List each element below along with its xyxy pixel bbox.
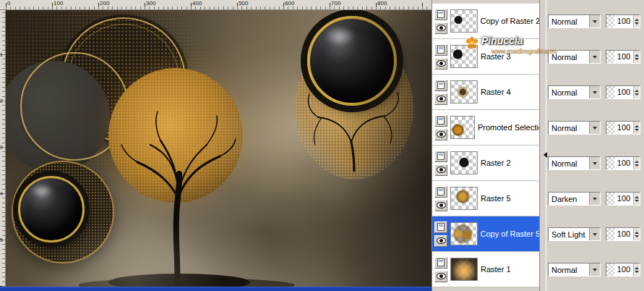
layer-thumbnail[interactable] [450, 9, 478, 33]
layer-thumbnail[interactable] [450, 45, 478, 68]
layer-name: Promoted Selection [478, 123, 539, 132]
opacity-spinner[interactable] [633, 157, 640, 169]
opacity-value: 100 [614, 157, 633, 169]
visibility-toggle[interactable] [434, 235, 447, 247]
visibility-toggle[interactable] [434, 200, 447, 211]
panel-splitter[interactable] [539, 0, 546, 291]
blend-mode-dropdown[interactable]: Soft Light [548, 227, 601, 241]
eye-icon [437, 237, 446, 244]
opacity-spinner[interactable] [633, 86, 640, 98]
layer-thumbnail[interactable] [450, 222, 478, 245]
raster-layer-icon [437, 152, 445, 160]
dropdown-button[interactable] [589, 263, 600, 276]
opacity-spinner[interactable] [633, 263, 640, 276]
visibility-toggle[interactable] [434, 58, 447, 69]
layer-type-button[interactable] [434, 186, 447, 198]
layer-type-button[interactable] [434, 80, 447, 91]
blend-mode-dropdown[interactable]: Normal [548, 50, 601, 64]
layer-cell[interactable]: Copy of Raster 2 [432, 4, 539, 39]
eye-icon [437, 166, 446, 173]
layer-type-button[interactable] [434, 151, 447, 162]
layer-type-button[interactable] [434, 115, 447, 127]
opacity-value: 100 [614, 86, 633, 98]
visibility-toggle[interactable] [434, 93, 447, 105]
visibility-toggle[interactable] [434, 129, 447, 140]
opacity-field[interactable]: 100 [606, 85, 640, 99]
layer-row[interactable]: Promoted Selection Normal 100 [432, 110, 644, 146]
dropdown-button[interactable] [589, 228, 600, 240]
opacity-field[interactable]: 100 [606, 227, 640, 241]
canvas[interactable] [6, 10, 432, 287]
layer-type-button[interactable] [434, 44, 447, 56]
vertical-ruler: 1 2 3 4 5 [0, 10, 6, 287]
layer-thumbnail[interactable] [450, 80, 478, 104]
spinner-up-icon [635, 88, 639, 92]
layer-cell[interactable]: Raster 3 [432, 39, 539, 75]
layer-row[interactable]: Raster 4 Normal 100 [432, 75, 644, 110]
dropdown-button[interactable] [589, 51, 600, 63]
opacity-field[interactable]: 100 [606, 14, 640, 28]
chevron-down-icon [593, 269, 597, 274]
layer-thumbnail[interactable] [450, 151, 478, 174]
opacity-spinner[interactable] [633, 228, 640, 240]
dropdown-button[interactable] [589, 15, 600, 28]
layer-name: Raster 2 [481, 159, 511, 167]
layer-row[interactable]: Raster 5 Darken 100 [432, 181, 644, 216]
dropdown-button[interactable] [589, 193, 600, 205]
layer-thumbnail[interactable] [450, 116, 475, 139]
layer-cell[interactable]: Raster 2 [432, 146, 539, 181]
opacity-spinner[interactable] [633, 122, 640, 134]
opacity-field[interactable]: 100 [606, 156, 640, 170]
blend-mode-dropdown[interactable]: Normal [548, 121, 601, 135]
raster-layer-icon [437, 46, 445, 54]
opacity-spinner[interactable] [633, 193, 640, 205]
layer-cell[interactable]: Raster 4 [432, 75, 539, 110]
opacity-checker [606, 193, 614, 205]
layer-row[interactable]: Copy of Raster 2 Normal 100 [432, 4, 644, 39]
opacity-spinner[interactable] [633, 15, 640, 28]
layer-thumbnail[interactable] [450, 258, 478, 281]
layer-cell[interactable]: Raster 5 [432, 181, 539, 216]
dropdown-button[interactable] [589, 157, 600, 169]
opacity-field[interactable]: 100 [606, 192, 640, 206]
horizontal-ruler: 0 100 200 300 400 500 600 700 800 [0, 0, 432, 10]
layers-palette: Copy of Raster 2 Normal 100 [432, 0, 644, 291]
layer-type-button[interactable] [434, 222, 447, 233]
layer-row[interactable]: Raster 1 Normal 100 [432, 252, 644, 287]
blend-mode-dropdown[interactable]: Normal [548, 14, 601, 28]
visibility-toggle[interactable] [434, 164, 447, 176]
dropdown-button[interactable] [589, 122, 600, 134]
chevron-down-icon [593, 20, 597, 25]
blend-mode-dropdown[interactable]: Darken [548, 192, 601, 206]
layer-name: Raster 1 [481, 265, 511, 274]
ruler-number: 300 [146, 0, 155, 7]
blend-mode-value: Normal [549, 124, 589, 132]
opacity-field[interactable]: 100 [606, 50, 640, 64]
blend-mode-dropdown[interactable]: Normal [548, 156, 601, 170]
opacity-checker [606, 228, 614, 240]
layer-cell[interactable]: Raster 1 [432, 252, 539, 287]
visibility-toggle[interactable] [434, 22, 447, 34]
layer-row-selected[interactable]: Copy of Raster 5 Soft Light 100 [432, 216, 644, 252]
opacity-field[interactable]: 100 [606, 121, 640, 135]
opacity-spinner[interactable] [633, 51, 640, 63]
eye-icon [437, 273, 446, 279]
blend-mode-dropdown[interactable]: Normal [548, 263, 601, 277]
layer-thumbnail[interactable] [450, 187, 478, 210]
layer-type-button[interactable] [434, 9, 447, 20]
raster-layer-icon [437, 187, 445, 195]
layer-name: Copy of Raster 5 [481, 229, 539, 238]
blend-mode-dropdown[interactable]: Normal [548, 85, 601, 99]
layer-row[interactable]: Raster 3 Normal 100 [432, 39, 644, 75]
layer-cell[interactable]: Promoted Selection [432, 110, 539, 146]
eye-icon [437, 131, 446, 138]
visibility-toggle[interactable] [434, 271, 447, 282]
dropdown-button[interactable] [589, 86, 600, 98]
ruler-number: 5 [0, 237, 3, 242]
layer-row[interactable]: Raster 2 Normal 100 [432, 146, 644, 181]
ruler-number: 600 [285, 0, 294, 7]
art-glossy-sphere-bottom-left [18, 176, 85, 242]
layer-cell[interactable]: Copy of Raster 5 [432, 216, 539, 252]
layer-type-button[interactable] [434, 257, 447, 269]
opacity-field[interactable]: 100 [606, 263, 640, 277]
